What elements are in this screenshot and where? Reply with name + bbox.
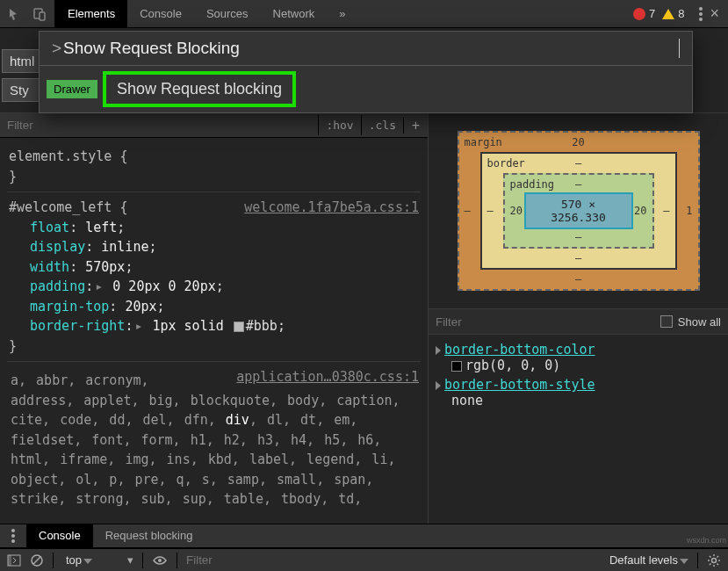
source-link[interactable]: application…0380c.css:1 xyxy=(236,367,419,387)
show-all-label: Show all xyxy=(678,315,721,329)
style-rule-section[interactable]: welcome.1fa7be5a.css:1 #welcome_left { f… xyxy=(7,192,421,362)
clear-console-icon[interactable] xyxy=(30,553,44,567)
log-levels-selector[interactable]: Default levels xyxy=(606,553,688,567)
console-filter-input[interactable] xyxy=(186,553,597,567)
show-all-checkbox[interactable] xyxy=(660,315,673,328)
tab-sources[interactable]: Sources xyxy=(194,0,261,27)
styles-tab-partial[interactable]: Sty xyxy=(2,78,42,102)
gear-icon[interactable] xyxy=(707,553,721,567)
text-cursor xyxy=(679,39,680,58)
tab-console[interactable]: Console xyxy=(127,0,194,27)
computed-property-row[interactable]: border-bottom-style none xyxy=(436,375,721,410)
ua-selector-list: a, abbr, acronym, address, applet, big, … xyxy=(9,367,419,513)
tab-overflow[interactable]: » xyxy=(327,0,357,27)
color-swatch-icon[interactable] xyxy=(234,322,244,332)
svg-rect-3 xyxy=(8,555,11,566)
kebab-menu-icon[interactable] xyxy=(699,7,703,21)
content-box: 570 × 3256.330 xyxy=(524,192,633,229)
device-toggle-icon[interactable] xyxy=(30,4,49,24)
expand-icon[interactable] xyxy=(436,381,441,390)
color-swatch-icon xyxy=(451,361,462,372)
chevron-down-icon[interactable]: ▾ xyxy=(127,553,133,567)
warning-count-text: 8 xyxy=(678,7,684,20)
command-input[interactable] xyxy=(63,39,679,58)
drawer-menu-icon[interactable] xyxy=(0,524,26,547)
computed-property-row[interactable]: border-bottom-color rgb(0, 0, 0) xyxy=(436,340,721,375)
border-label: border xyxy=(487,157,525,170)
source-link[interactable]: welcome.1fa7be5a.css:1 xyxy=(244,198,419,218)
tab-elements[interactable]: Elements xyxy=(55,0,127,27)
devtools-toolbar: Elements Console Sources Network » 7 8 × xyxy=(0,0,728,28)
command-prompt-icon: > xyxy=(52,39,61,58)
computed-filter-input[interactable] xyxy=(436,315,660,329)
expand-icon[interactable] xyxy=(436,346,441,355)
result-category-badge: Drawer xyxy=(47,80,97,98)
console-toolbar: top ▾ Default levels xyxy=(0,548,728,571)
svg-line-5 xyxy=(33,557,40,564)
tab-network[interactable]: Network xyxy=(261,0,328,27)
console-sidebar-toggle-icon[interactable] xyxy=(7,554,21,567)
error-count-text: 7 xyxy=(649,7,655,20)
styles-pane: :hov .cls + element.style { } welcome.1f… xyxy=(0,113,429,529)
warning-count[interactable]: 8 xyxy=(662,7,684,20)
error-count[interactable]: 7 xyxy=(633,7,655,20)
box-model[interactable]: margin 20 1 – – border – – – – padding –… xyxy=(429,113,728,308)
live-expression-icon[interactable] xyxy=(152,555,168,566)
drawer-tabstrip: Console Request blocking xyxy=(0,524,728,548)
breadcrumb-html[interactable]: html xyxy=(2,49,42,73)
cls-toggle[interactable]: .cls xyxy=(361,115,403,135)
computed-pane: margin 20 1 – – border – – – – padding –… xyxy=(429,113,728,529)
drawer-tab-console[interactable]: Console xyxy=(26,524,93,547)
context-selector[interactable]: top xyxy=(62,553,92,567)
close-icon[interactable]: × xyxy=(710,4,719,23)
command-menu: > Drawer Show Request blocking xyxy=(39,31,693,113)
new-style-rule-icon[interactable]: + xyxy=(403,118,428,134)
hov-toggle[interactable]: :hov xyxy=(318,115,360,135)
attribution: wsxdn.com xyxy=(687,536,726,545)
margin-label: margin xyxy=(465,136,502,148)
styles-filter-input[interactable] xyxy=(0,115,318,135)
inspect-icon[interactable] xyxy=(5,4,25,24)
command-result-item[interactable]: Show Request blocking xyxy=(103,71,296,107)
svg-rect-1 xyxy=(40,12,45,20)
element-style-section[interactable]: element.style { } xyxy=(7,141,421,192)
svg-point-7 xyxy=(712,558,717,562)
drawer-tab-request-blocking[interactable]: Request blocking xyxy=(93,524,205,547)
padding-label: padding xyxy=(510,178,555,191)
svg-point-6 xyxy=(158,559,162,562)
